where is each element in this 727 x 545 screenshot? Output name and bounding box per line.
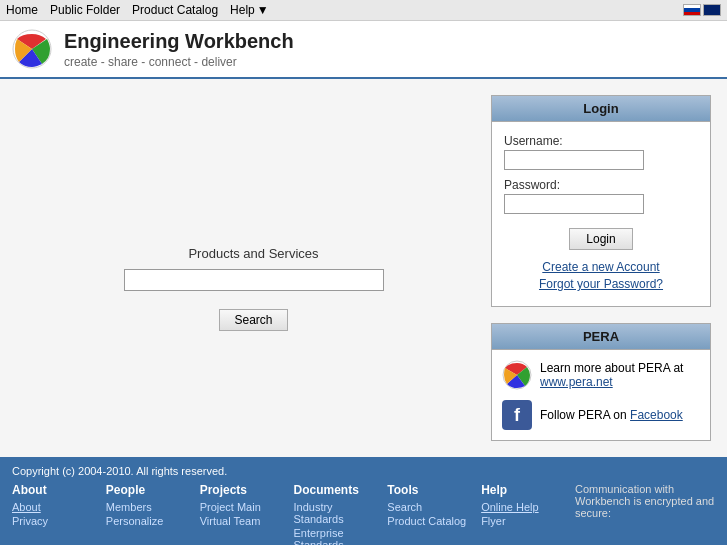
- search-button[interactable]: Search: [219, 309, 287, 331]
- search-section: Products and Services Search: [124, 246, 384, 331]
- right-panel: Login Username: Password: Login Create a…: [491, 95, 711, 441]
- footer-col-people: People Members Personalize: [106, 483, 200, 545]
- login-box: Login Username: Password: Login Create a…: [491, 95, 711, 307]
- footer-col-documents: Documents Industry Standards Enterprise …: [293, 483, 387, 545]
- footer-tools-title: Tools: [387, 483, 473, 497]
- pera-learn-text: Learn more about PERA at www.pera.net: [540, 361, 700, 389]
- nav-help-menu[interactable]: Help ▼: [230, 3, 269, 17]
- forgot-password-link[interactable]: Forgot your Password?: [504, 277, 698, 291]
- search-input[interactable]: [124, 269, 384, 291]
- left-panel: Products and Services Search: [16, 95, 491, 441]
- footer-search: Search: [387, 501, 473, 513]
- facebook-logo-icon: f: [502, 400, 532, 430]
- footer-virtual-team: Virtual Team: [200, 515, 286, 527]
- footer-about-link[interactable]: About: [12, 501, 98, 513]
- site-logo: [12, 29, 52, 69]
- footer-help-title: Help: [481, 483, 567, 497]
- site-title: Engineering Workbench: [64, 30, 294, 53]
- pera-follow-text: Follow PERA on Facebook: [540, 408, 683, 422]
- nav-home[interactable]: Home: [6, 3, 38, 17]
- login-button[interactable]: Login: [569, 228, 632, 250]
- footer-product-catalog: Product Catalog: [387, 515, 473, 527]
- nav-product-catalog[interactable]: Product Catalog: [132, 3, 218, 17]
- flag-russian[interactable]: [683, 4, 701, 16]
- password-input[interactable]: [504, 194, 644, 214]
- header-text-block: Engineering Workbench create - share - c…: [64, 30, 294, 69]
- login-links: Create a new Account Forgot your Passwor…: [504, 260, 698, 291]
- pera-website-link[interactable]: www.pera.net: [540, 375, 613, 389]
- pera-facebook-link[interactable]: Facebook: [630, 408, 683, 422]
- footer-personalize: Personalize: [106, 515, 192, 527]
- footer-copyright: Copyright (c) 2004-2010. All rights rese…: [12, 465, 715, 477]
- footer-people-title: People: [106, 483, 192, 497]
- pera-facebook-item: f Follow PERA on Facebook: [502, 400, 700, 430]
- site-subtitle: create - share - connect - deliver: [64, 55, 294, 69]
- flag-uk[interactable]: [703, 4, 721, 16]
- footer-about-title: About: [12, 483, 98, 497]
- footer-col-about: About About Privacy: [12, 483, 106, 545]
- top-nav-bar: Home Public Folder Product Catalog Help …: [0, 0, 727, 21]
- username-input[interactable]: [504, 150, 644, 170]
- nav-help-label: Help: [230, 3, 255, 17]
- main-content: Products and Services Search Login Usern…: [0, 79, 727, 459]
- footer-columns: About About Privacy People Members Perso…: [12, 483, 715, 545]
- footer-documents-title: Documents: [293, 483, 379, 497]
- login-box-body: Username: Password: Login Create a new A…: [492, 122, 710, 306]
- pera-box-body: Learn more about PERA at www.pera.net f …: [492, 350, 710, 440]
- login-box-header: Login: [492, 96, 710, 122]
- search-label: Products and Services: [124, 246, 384, 261]
- footer-online-help-link[interactable]: Online Help: [481, 501, 567, 513]
- help-chevron-icon: ▼: [257, 3, 269, 17]
- footer: Copyright (c) 2004-2010. All rights rese…: [0, 459, 727, 545]
- create-account-link[interactable]: Create a new Account: [504, 260, 698, 274]
- password-label: Password:: [504, 178, 698, 192]
- pera-box-header: PERA: [492, 324, 710, 350]
- username-label: Username:: [504, 134, 698, 148]
- footer-projects-title: Projects: [200, 483, 286, 497]
- pera-box: PERA Learn more about PERA at www.pera.n…: [491, 323, 711, 441]
- footer-col-projects: Projects Project Main Virtual Team: [200, 483, 294, 545]
- footer-members: Members: [106, 501, 192, 513]
- footer-flyer: Flyer: [481, 515, 567, 527]
- pera-logo-icon: [502, 360, 532, 390]
- footer-enterprise-standards: Enterprise Standards: [293, 527, 379, 545]
- top-nav-links: Home Public Folder Product Catalog Help …: [6, 3, 269, 17]
- footer-project-main: Project Main: [200, 501, 286, 513]
- footer-col-help: Help Online Help Flyer: [481, 483, 575, 545]
- site-header: Engineering Workbench create - share - c…: [0, 21, 727, 79]
- footer-privacy: Privacy: [12, 515, 98, 527]
- language-flags: [683, 4, 721, 16]
- footer-industry-standards: Industry Standards: [293, 501, 379, 525]
- footer-secure-text: Communication with Workbench is encrypte…: [575, 483, 715, 545]
- pera-learn-item: Learn more about PERA at www.pera.net: [502, 360, 700, 390]
- footer-col-tools: Tools Search Product Catalog: [387, 483, 481, 545]
- nav-public-folder[interactable]: Public Folder: [50, 3, 120, 17]
